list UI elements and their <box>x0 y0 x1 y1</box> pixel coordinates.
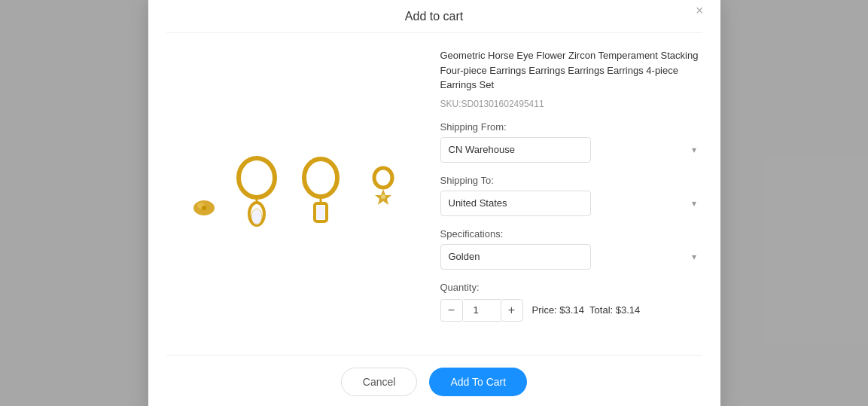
quantity-input[interactable] <box>463 299 501 322</box>
quantity-decrease-button[interactable]: − <box>440 299 463 322</box>
specifications-wrapper: GoldenSilverRose Gold ▾ <box>440 244 702 270</box>
specifications-section: Specifications: GoldenSilverRose Gold ▾ <box>440 228 702 270</box>
svg-point-2 <box>202 206 206 210</box>
modal-header: Add to cart <box>166 10 702 33</box>
modal-dialog: Add to cart × <box>148 0 720 406</box>
shipping-to-wrapper: United StatesUnited KingdomCanadaAustral… <box>440 191 702 216</box>
svg-point-3 <box>239 158 275 197</box>
modal-title: Add to cart <box>405 10 463 23</box>
modal-footer: Cancel Add To Cart <box>166 355 702 396</box>
product-details: Geometric Horse Eye Flower Zircon Temper… <box>440 48 702 337</box>
quantity-section: Quantity: − + Price: $3.14 Total: $3.14 <box>440 282 702 322</box>
quantity-increase-button[interactable]: + <box>501 299 523 322</box>
modal-overlay: Add to cart × <box>0 0 868 406</box>
specifications-select[interactable]: GoldenSilverRose Gold <box>440 244 591 270</box>
product-title: Geometric Horse Eye Flower Zircon Temper… <box>440 48 702 93</box>
modal-body: Geometric Horse Eye Flower Zircon Temper… <box>166 48 702 337</box>
shipping-to-label: Shipping To: <box>440 175 702 186</box>
quantity-label: Quantity: <box>440 282 702 293</box>
product-sku: SKU:SD01301602495411 <box>440 99 702 109</box>
shipping-from-select[interactable]: CN WarehouseUS Warehouse <box>440 137 591 163</box>
product-images <box>166 48 422 337</box>
price-label: Price: $3.14 <box>532 304 584 316</box>
specifications-label: Specifications: <box>440 228 702 240</box>
svg-rect-10 <box>317 206 324 219</box>
svg-point-11 <box>374 168 392 188</box>
shipping-from-chevron-icon: ▾ <box>692 145 696 155</box>
total-label: Total: $3.14 <box>589 304 640 316</box>
quantity-control: − + Price: $3.14 Total: $3.14 <box>440 299 702 322</box>
shipping-to-section: Shipping To: United StatesUnited Kingdom… <box>440 175 702 216</box>
shipping-from-wrapper: CN WarehouseUS Warehouse ▾ <box>440 137 702 163</box>
shipping-from-section: Shipping From: CN WarehouseUS Warehouse … <box>440 121 702 163</box>
close-button[interactable]: × <box>691 2 708 19</box>
add-to-cart-button[interactable]: Add To Cart <box>429 368 527 396</box>
cancel-button[interactable]: Cancel <box>341 368 418 396</box>
svg-point-13 <box>381 194 385 199</box>
price-info: Price: $3.14 Total: $3.14 <box>532 304 641 316</box>
close-icon: × <box>696 3 704 18</box>
svg-point-7 <box>304 159 337 197</box>
shipping-from-label: Shipping From: <box>440 121 702 133</box>
shipping-to-select[interactable]: United StatesUnited KingdomCanadaAustral… <box>440 191 591 216</box>
specifications-chevron-icon: ▾ <box>692 252 696 262</box>
svg-point-5 <box>251 209 262 225</box>
product-image <box>181 110 407 276</box>
shipping-to-chevron-icon: ▾ <box>692 198 696 209</box>
